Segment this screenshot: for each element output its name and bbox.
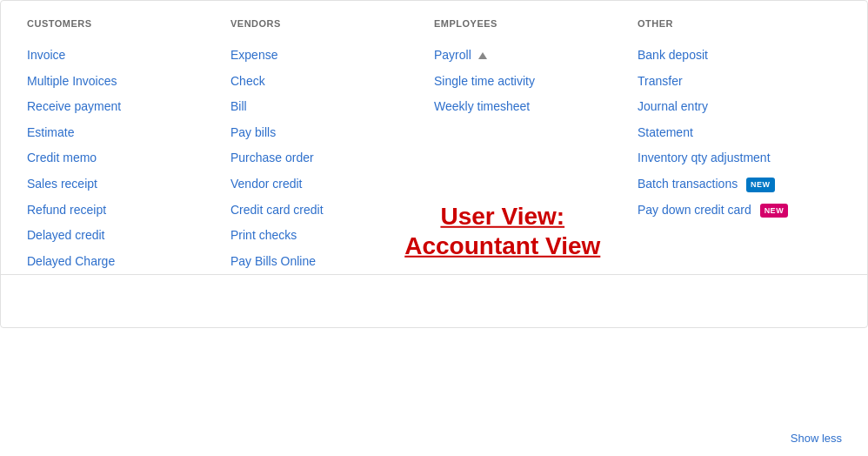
menu-item-check[interactable]: Check bbox=[230, 69, 417, 95]
other-column: OTHER Bank deposit Transfer Journal entr… bbox=[638, 18, 841, 274]
menu-item-journal-entry[interactable]: Journal entry bbox=[638, 94, 824, 120]
menu-item-payroll[interactable]: Payroll bbox=[434, 43, 620, 69]
menu-item-pay-bills[interactable]: Pay bills bbox=[230, 120, 417, 146]
menu-item-pay-bills-online[interactable]: Pay Bills Online bbox=[230, 249, 417, 275]
employees-header: EMPLOYEES bbox=[434, 18, 620, 29]
menu-item-statement[interactable]: Statement bbox=[638, 120, 824, 146]
menu-item-pay-down-credit-card[interactable]: Pay down credit card NEW bbox=[638, 198, 824, 224]
menu-item-purchase-order[interactable]: Purchase order bbox=[230, 145, 417, 171]
customers-header: CUSTOMERS bbox=[27, 18, 213, 29]
menu-item-credit-memo[interactable]: Credit memo bbox=[27, 145, 213, 171]
columns-layout: CUSTOMERS Invoice Multiple Invoices Rece… bbox=[27, 18, 841, 274]
customers-column: CUSTOMERS Invoice Multiple Invoices Rece… bbox=[27, 18, 230, 274]
employees-column: EMPLOYEES Payroll Single time activity W… bbox=[434, 18, 638, 274]
menu-item-weekly-timesheet[interactable]: Weekly timesheet bbox=[434, 94, 620, 120]
batch-transactions-new-badge: NEW bbox=[746, 178, 775, 192]
menu-item-bank-deposit[interactable]: Bank deposit bbox=[638, 43, 824, 69]
menu-item-receive-payment[interactable]: Receive payment bbox=[27, 94, 213, 120]
menu-item-expense[interactable]: Expense bbox=[230, 43, 417, 69]
menu-item-sales-receipt[interactable]: Sales receipt bbox=[27, 171, 213, 198]
menu-item-multiple-invoices[interactable]: Multiple Invoices bbox=[27, 69, 213, 95]
other-header: OTHER bbox=[638, 18, 824, 29]
menu-item-invoice[interactable]: Invoice bbox=[27, 43, 213, 69]
payroll-arrow-icon bbox=[478, 52, 487, 59]
menu-item-refund-receipt[interactable]: Refund receipt bbox=[27, 198, 213, 224]
show-less-button[interactable]: Show less bbox=[791, 432, 842, 445]
menu-item-delayed-credit[interactable]: Delayed credit bbox=[27, 223, 213, 249]
menu-item-vendor-credit[interactable]: Vendor credit bbox=[230, 171, 417, 198]
vendors-column: VENDORS Expense Check Bill Pay bills Pur… bbox=[230, 18, 434, 274]
payroll-label: Payroll bbox=[434, 47, 471, 64]
menu-item-batch-transactions[interactable]: Batch transactions NEW bbox=[638, 171, 824, 198]
bottom-divider bbox=[1, 274, 867, 275]
menu-item-credit-card-credit[interactable]: Credit card credit bbox=[230, 198, 417, 224]
menu-item-estimate[interactable]: Estimate bbox=[27, 120, 213, 146]
menu-item-inventory-qty-adjustment[interactable]: Inventory qty adjustment bbox=[638, 145, 824, 171]
pay-down-credit-card-new-badge: NEW bbox=[760, 204, 789, 218]
vendors-header: VENDORS bbox=[230, 18, 417, 29]
menu-item-delayed-charge[interactable]: Delayed Charge bbox=[27, 249, 213, 275]
menu-container: CUSTOMERS Invoice Multiple Invoices Rece… bbox=[0, 0, 868, 328]
menu-item-bill[interactable]: Bill bbox=[230, 94, 417, 120]
menu-item-single-time-activity[interactable]: Single time activity bbox=[434, 69, 620, 95]
menu-item-print-checks[interactable]: Print checks bbox=[230, 223, 417, 249]
show-less-row: Show less bbox=[791, 430, 842, 446]
menu-item-transfer[interactable]: Transfer bbox=[638, 69, 824, 95]
